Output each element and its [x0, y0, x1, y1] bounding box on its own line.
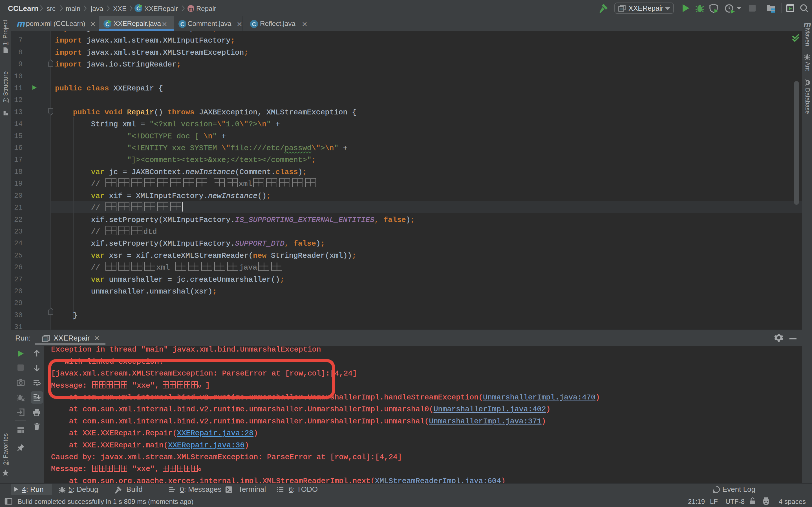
svg-text:m: m: [189, 6, 193, 12]
svg-text:C: C: [180, 21, 185, 27]
svg-text:C: C: [252, 21, 256, 27]
